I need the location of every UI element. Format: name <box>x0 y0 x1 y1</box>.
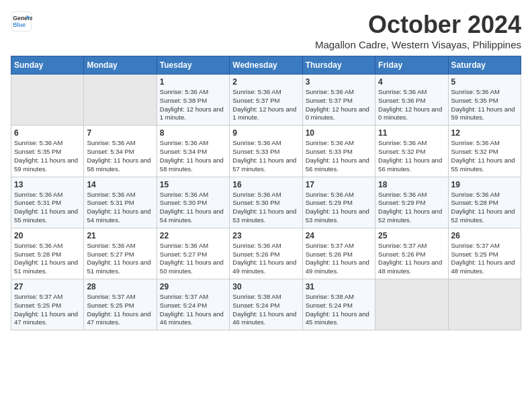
day-info: Sunrise: 5:36 AMSunset: 5:37 PMDaylight:… <box>232 88 299 122</box>
day-info: Sunrise: 5:36 AMSunset: 5:38 PMDaylight:… <box>160 88 226 122</box>
calendar-cell: 22Sunrise: 5:36 AMSunset: 5:27 PMDayligh… <box>157 228 229 279</box>
day-info: Sunrise: 5:37 AMSunset: 5:25 PMDaylight:… <box>87 293 153 327</box>
calendar-row: 1Sunrise: 5:36 AMSunset: 5:38 PMDaylight… <box>11 75 521 126</box>
day-number: 14 <box>87 180 153 189</box>
day-number: 10 <box>306 128 372 138</box>
day-number: 30 <box>232 282 299 291</box>
calendar-cell: 11Sunrise: 5:36 AMSunset: 5:32 PMDayligh… <box>375 126 448 177</box>
day-info: Sunrise: 5:36 AMSunset: 5:27 PMDaylight:… <box>87 242 153 276</box>
calendar-row: 20Sunrise: 5:36 AMSunset: 5:28 PMDayligh… <box>11 228 521 279</box>
day-info: Sunrise: 5:36 AMSunset: 5:28 PMDaylight:… <box>451 191 518 225</box>
calendar-cell: 6Sunrise: 5:36 AMSunset: 5:35 PMDaylight… <box>11 126 84 177</box>
day-number: 22 <box>160 231 226 240</box>
day-info: Sunrise: 5:37 AMSunset: 5:25 PMDaylight:… <box>14 293 81 327</box>
header-cell-monday: Monday <box>84 56 157 75</box>
calendar-cell: 30Sunrise: 5:38 AMSunset: 5:24 PMDayligh… <box>230 279 302 330</box>
day-info: Sunrise: 5:38 AMSunset: 5:24 PMDaylight:… <box>306 293 372 327</box>
title-block: October 2024 Magallon Cadre, Western Vis… <box>315 11 521 50</box>
day-number: 28 <box>87 282 153 291</box>
day-number: 8 <box>160 128 226 138</box>
day-info: Sunrise: 5:36 AMSunset: 5:34 PMDaylight:… <box>160 139 226 173</box>
calendar-cell <box>448 279 521 330</box>
day-info: Sunrise: 5:36 AMSunset: 5:37 PMDaylight:… <box>306 88 372 122</box>
day-info: Sunrise: 5:36 AMSunset: 5:28 PMDaylight:… <box>14 242 81 276</box>
calendar-header: SundayMondayTuesdayWednesdayThursdayFrid… <box>11 56 521 75</box>
header-cell-saturday: Saturday <box>448 56 521 75</box>
day-number: 19 <box>451 180 518 189</box>
day-info: Sunrise: 5:36 AMSunset: 5:26 PMDaylight:… <box>232 242 299 276</box>
calendar-row: 27Sunrise: 5:37 AMSunset: 5:25 PMDayligh… <box>11 279 521 330</box>
location-title: Magallon Cadre, Western Visayas, Philipp… <box>315 39 521 50</box>
day-info: Sunrise: 5:37 AMSunset: 5:26 PMDaylight:… <box>306 242 372 276</box>
calendar-cell: 13Sunrise: 5:36 AMSunset: 5:31 PMDayligh… <box>11 177 84 228</box>
day-info: Sunrise: 5:37 AMSunset: 5:24 PMDaylight:… <box>160 293 226 327</box>
day-info: Sunrise: 5:36 AMSunset: 5:30 PMDaylight:… <box>232 191 299 225</box>
day-number: 9 <box>232 128 299 138</box>
day-info: Sunrise: 5:37 AMSunset: 5:25 PMDaylight:… <box>451 242 518 276</box>
calendar-cell: 2Sunrise: 5:36 AMSunset: 5:37 PMDaylight… <box>230 75 302 126</box>
calendar-cell: 24Sunrise: 5:37 AMSunset: 5:26 PMDayligh… <box>302 228 375 279</box>
day-info: Sunrise: 5:37 AMSunset: 5:26 PMDaylight:… <box>378 242 445 276</box>
day-number: 21 <box>87 231 153 240</box>
svg-text:General: General <box>13 15 32 21</box>
calendar-cell: 9Sunrise: 5:36 AMSunset: 5:33 PMDaylight… <box>230 126 302 177</box>
day-number: 13 <box>14 180 81 189</box>
calendar-cell: 16Sunrise: 5:36 AMSunset: 5:30 PMDayligh… <box>230 177 302 228</box>
day-number: 31 <box>306 282 372 291</box>
calendar-cell: 19Sunrise: 5:36 AMSunset: 5:28 PMDayligh… <box>448 177 521 228</box>
day-info: Sunrise: 5:36 AMSunset: 5:31 PMDaylight:… <box>87 191 153 225</box>
day-number: 23 <box>232 231 299 240</box>
calendar-cell: 27Sunrise: 5:37 AMSunset: 5:25 PMDayligh… <box>11 279 84 330</box>
calendar-cell <box>375 279 448 330</box>
day-info: Sunrise: 5:36 AMSunset: 5:34 PMDaylight:… <box>87 139 153 173</box>
day-number: 6 <box>14 128 81 138</box>
day-number: 20 <box>14 231 81 240</box>
header-row: SundayMondayTuesdayWednesdayThursdayFrid… <box>11 56 521 75</box>
day-info: Sunrise: 5:36 AMSunset: 5:33 PMDaylight:… <box>232 139 299 173</box>
day-info: Sunrise: 5:36 AMSunset: 5:33 PMDaylight:… <box>306 139 372 173</box>
page-header: General Blue October 2024 Magallon Cadre… <box>11 11 521 50</box>
day-info: Sunrise: 5:36 AMSunset: 5:35 PMDaylight:… <box>451 88 518 122</box>
calendar-cell: 3Sunrise: 5:36 AMSunset: 5:37 PMDaylight… <box>302 75 375 126</box>
calendar-cell: 26Sunrise: 5:37 AMSunset: 5:25 PMDayligh… <box>448 228 521 279</box>
calendar-cell: 29Sunrise: 5:37 AMSunset: 5:24 PMDayligh… <box>157 279 229 330</box>
calendar-cell: 7Sunrise: 5:36 AMSunset: 5:34 PMDaylight… <box>84 126 157 177</box>
day-number: 1 <box>160 77 226 87</box>
logo-icon: General Blue <box>11 11 32 32</box>
header-cell-thursday: Thursday <box>302 56 375 75</box>
svg-text:Blue: Blue <box>13 21 26 28</box>
header-cell-friday: Friday <box>375 56 448 75</box>
calendar-cell: 8Sunrise: 5:36 AMSunset: 5:34 PMDaylight… <box>157 126 229 177</box>
day-number: 25 <box>378 231 445 240</box>
day-number: 24 <box>306 231 372 240</box>
calendar-cell: 17Sunrise: 5:36 AMSunset: 5:29 PMDayligh… <box>302 177 375 228</box>
calendar-cell: 31Sunrise: 5:38 AMSunset: 5:24 PMDayligh… <box>302 279 375 330</box>
day-number: 12 <box>451 128 518 138</box>
day-number: 26 <box>451 231 518 240</box>
month-title: October 2024 <box>315 11 521 39</box>
day-info: Sunrise: 5:36 AMSunset: 5:27 PMDaylight:… <box>160 242 226 276</box>
calendar-cell: 15Sunrise: 5:36 AMSunset: 5:30 PMDayligh… <box>157 177 229 228</box>
calendar-row: 6Sunrise: 5:36 AMSunset: 5:35 PMDaylight… <box>11 126 521 177</box>
day-info: Sunrise: 5:38 AMSunset: 5:24 PMDaylight:… <box>232 293 299 327</box>
day-number: 4 <box>378 77 445 87</box>
calendar-cell: 1Sunrise: 5:36 AMSunset: 5:38 PMDaylight… <box>157 75 229 126</box>
day-info: Sunrise: 5:36 AMSunset: 5:29 PMDaylight:… <box>306 191 372 225</box>
header-cell-tuesday: Tuesday <box>157 56 229 75</box>
calendar-body: 1Sunrise: 5:36 AMSunset: 5:38 PMDaylight… <box>11 75 521 330</box>
day-number: 5 <box>451 77 518 87</box>
day-number: 18 <box>378 180 445 189</box>
logo: General Blue <box>11 11 32 32</box>
day-info: Sunrise: 5:36 AMSunset: 5:31 PMDaylight:… <box>14 191 81 225</box>
day-info: Sunrise: 5:36 AMSunset: 5:29 PMDaylight:… <box>378 191 445 225</box>
calendar-cell: 20Sunrise: 5:36 AMSunset: 5:28 PMDayligh… <box>11 228 84 279</box>
day-info: Sunrise: 5:36 AMSunset: 5:35 PMDaylight:… <box>14 139 81 173</box>
day-number: 7 <box>87 128 153 138</box>
calendar-cell: 14Sunrise: 5:36 AMSunset: 5:31 PMDayligh… <box>84 177 157 228</box>
day-number: 2 <box>232 77 299 87</box>
day-number: 29 <box>160 282 226 291</box>
calendar-cell: 4Sunrise: 5:36 AMSunset: 5:36 PMDaylight… <box>375 75 448 126</box>
day-number: 3 <box>306 77 372 87</box>
header-cell-wednesday: Wednesday <box>230 56 302 75</box>
day-info: Sunrise: 5:36 AMSunset: 5:32 PMDaylight:… <box>378 139 445 173</box>
